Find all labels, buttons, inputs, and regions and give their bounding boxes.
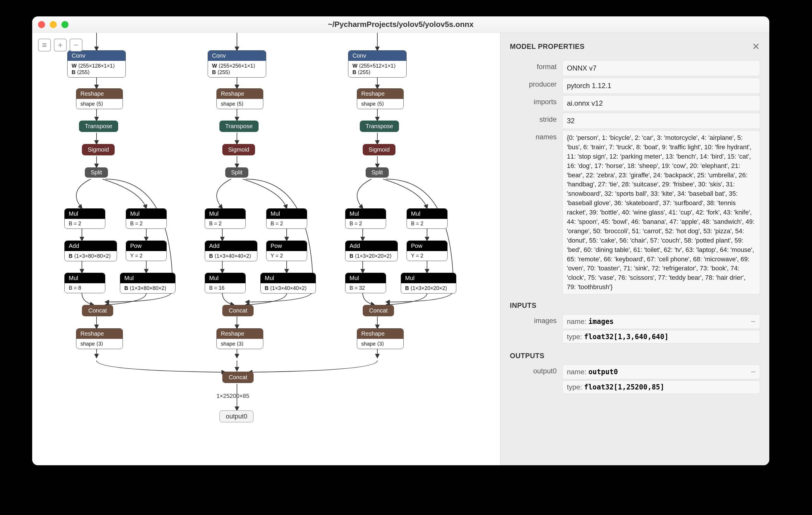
app-window: ~/PycharmProjects/yolov5/yolov5s.onnx ≡ … (32, 17, 769, 465)
node-mul[interactable]: MulB = 8 (64, 273, 105, 293)
node-pow[interactable]: PowY = 2 (407, 240, 447, 261)
node-sigmoid[interactable]: Sigmoid (82, 144, 115, 155)
close-window-button[interactable] (38, 21, 45, 28)
input-type-row: type: float32[1,3,640,640] (562, 330, 760, 344)
tensor-dim-label: 1×25200×85 (216, 393, 249, 399)
prop-label-imports: imports (510, 95, 562, 106)
node-mul[interactable]: MulB ⟨1×3×80×80×2⟩ (120, 273, 175, 293)
node-add[interactable]: AddB ⟨1×3×80×80×2⟩ (64, 240, 117, 261)
node-mul[interactable]: MulB = 16 (205, 273, 246, 293)
output-node[interactable]: output0 (220, 410, 254, 423)
node-reshape[interactable]: Reshapeshape ⟨5⟩ (76, 88, 123, 109)
node-split[interactable]: Split (225, 167, 248, 178)
output-type-row: type: float32[1,25200,85] (562, 380, 760, 394)
collapse-output-button[interactable]: − (751, 367, 756, 377)
node-mul[interactable]: MulB = 2 (266, 208, 307, 229)
node-sigmoid[interactable]: Sigmoid (363, 144, 396, 155)
input-name-row: name: images− (562, 314, 760, 329)
node-add[interactable]: AddB ⟨1×3×40×40×2⟩ (205, 240, 257, 261)
window-controls (38, 21, 68, 28)
properties-panel: MODEL PROPERTIES ✕ formatONNX v7 produce… (500, 33, 769, 465)
prop-label-stride: stride (510, 113, 562, 123)
node-mul[interactable]: MulB = 2 (407, 208, 447, 229)
node-concat[interactable]: Concat (363, 305, 394, 316)
zoom-in-button[interactable]: + (54, 39, 67, 52)
prop-value-names: {0: 'person', 1: 'bicycle', 2: 'car', 3:… (562, 131, 760, 294)
outputs-heading: OUTPUTS (510, 352, 760, 360)
node-concat[interactable]: Concat (82, 305, 113, 316)
menu-button[interactable]: ≡ (38, 39, 51, 52)
prop-value-producer: pytorch 1.12.1 (562, 78, 760, 94)
node-conv[interactable]: ConvW ⟨255×512×1×1⟩B ⟨255⟩ (348, 50, 407, 78)
collapse-input-button[interactable]: − (751, 317, 756, 326)
node-conv[interactable]: ConvW ⟨255×128×1×1⟩B ⟨255⟩ (67, 50, 126, 78)
node-mul[interactable]: MulB = 2 (126, 208, 167, 229)
node-transpose[interactable]: Transpose (220, 120, 259, 132)
zoom-out-button[interactable]: − (69, 39, 83, 52)
node-pow[interactable]: PowY = 2 (126, 240, 167, 261)
prop-value-imports: ai.onnx v12 (562, 95, 760, 111)
node-transpose[interactable]: Transpose (360, 120, 399, 132)
node-reshape[interactable]: Reshapeshape ⟨3⟩ (357, 328, 404, 349)
prop-label-format: format (510, 60, 562, 71)
node-add[interactable]: AddB ⟨1×3×20×20×2⟩ (345, 240, 398, 261)
close-panel-button[interactable]: ✕ (752, 41, 760, 52)
node-transpose[interactable]: Transpose (79, 120, 118, 132)
prop-label-producer: producer (510, 78, 562, 88)
prop-label-names: names (510, 131, 562, 141)
inputs-heading: INPUTS (510, 302, 760, 310)
output-slot-label: output0 (510, 365, 562, 375)
node-reshape[interactable]: Reshapeshape ⟨5⟩ (357, 88, 404, 109)
node-conv[interactable]: ConvW ⟨255×256×1×1⟩B ⟨255⟩ (208, 50, 266, 78)
node-mul[interactable]: MulB ⟨1×3×20×20×2⟩ (401, 273, 456, 293)
node-split[interactable]: Split (366, 167, 389, 178)
node-mul[interactable]: MulB = 2 (345, 208, 386, 229)
maximize-window-button[interactable] (61, 21, 68, 28)
prop-value-stride: 32 (562, 113, 760, 129)
input-slot-label: images (510, 314, 562, 325)
node-mul[interactable]: MulB = 2 (64, 208, 105, 229)
minimize-window-button[interactable] (50, 21, 57, 28)
prop-value-format: ONNX v7 (562, 60, 760, 76)
graph-canvas[interactable]: ≡ + − (32, 33, 500, 465)
node-mul[interactable]: MulB = 2 (205, 208, 246, 229)
window-title: ~/PycharmProjects/yolov5/yolov5s.onnx (328, 20, 473, 29)
node-reshape[interactable]: Reshapeshape ⟨5⟩ (216, 88, 263, 109)
node-reshape[interactable]: Reshapeshape ⟨3⟩ (216, 328, 263, 349)
node-reshape[interactable]: Reshapeshape ⟨3⟩ (76, 328, 123, 349)
node-split[interactable]: Split (85, 167, 108, 178)
node-mul[interactable]: MulB ⟨1×3×40×40×2⟩ (260, 273, 316, 293)
node-concat[interactable]: Concat (222, 305, 254, 316)
node-mul[interactable]: MulB = 32 (345, 273, 386, 293)
titlebar: ~/PycharmProjects/yolov5/yolov5s.onnx (32, 17, 769, 33)
panel-title: MODEL PROPERTIES (510, 42, 585, 51)
node-concat-final[interactable]: Concat (222, 372, 254, 383)
node-pow[interactable]: PowY = 2 (266, 240, 307, 261)
output-name-row: name: output0− (562, 365, 760, 379)
node-sigmoid[interactable]: Sigmoid (222, 144, 255, 155)
